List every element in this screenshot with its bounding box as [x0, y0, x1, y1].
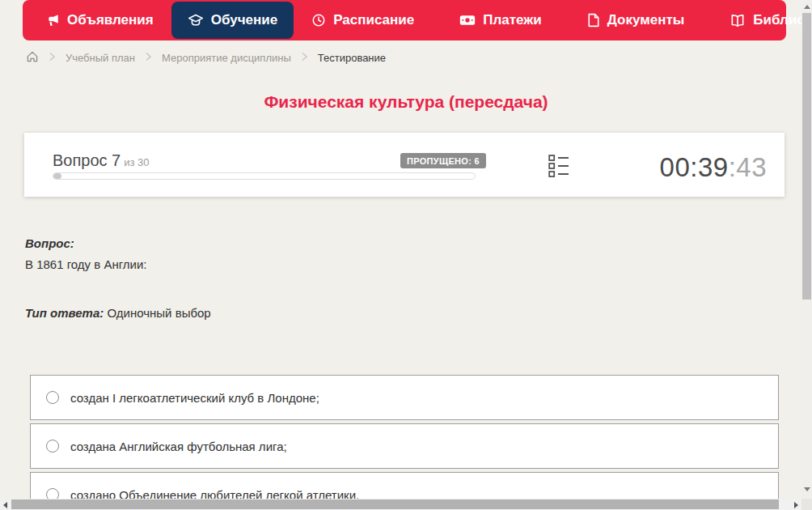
open-book-icon [730, 14, 746, 28]
nav-item-label: Платежи [483, 12, 542, 28]
quiz-page: Объявления Обучение Расписание Платежи Д… [0, 0, 812, 510]
scroll-up-arrow-icon[interactable] [804, 5, 810, 9]
breadcrumb-item-study-plan[interactable]: Учебный план [66, 52, 135, 64]
breadcrumb-separator-icon [301, 52, 308, 64]
question-counter: Вопрос 7из 30 [53, 151, 150, 170]
answer-option-label: создан I легкоатлетический клуб в Лондон… [70, 391, 319, 405]
breadcrumb-separator-icon [145, 52, 152, 64]
question-number: Вопрос 7 [53, 151, 121, 169]
answer-option-2[interactable]: создана Английская футбольная лига; [30, 423, 779, 469]
nav-item-library[interactable]: Библиотека [713, 2, 812, 39]
radio-button[interactable] [46, 391, 59, 404]
graduation-cap-icon [188, 13, 204, 28]
scroll-down-arrow-icon[interactable] [804, 487, 810, 491]
nav-item-documents[interactable]: Документы [571, 2, 701, 39]
scroll-left-arrow-icon[interactable] [3, 502, 7, 508]
banknote-icon [459, 14, 476, 27]
nav-item-learning[interactable]: Обучение [171, 2, 294, 39]
radio-button[interactable] [46, 440, 59, 453]
nav-item-label: Объявления [67, 12, 154, 28]
question-total: из 30 [124, 156, 149, 168]
breadcrumb-separator-icon [49, 52, 56, 64]
page-title: Физическая культура (пересдача) [0, 92, 812, 112]
question-list-icon[interactable] [548, 153, 569, 182]
horizontal-scrollbar[interactable] [0, 499, 801, 510]
answer-options: создан I легкоатлетический клуб в Лондон… [30, 375, 779, 510]
scroll-right-arrow-icon[interactable] [794, 502, 798, 508]
breadcrumb: Учебный план Мероприятие дисциплины Тест… [26, 50, 386, 66]
answer-type-row: Тип ответа: Одиночный выбор [25, 306, 211, 320]
question-text: В 1861 году в Англии: [25, 257, 147, 271]
timer-seconds: :43 [729, 152, 767, 182]
nav-item-announcements[interactable]: Объявления [29, 2, 170, 39]
timer: 00:39:43 [660, 152, 767, 183]
question-header-card: Вопрос 7из 30 ПРОПУЩЕНО: 6 00:39:43 [24, 133, 785, 197]
scrollbar-corner [801, 499, 812, 510]
answer-option-1[interactable]: создан I легкоатлетический клуб в Лондон… [30, 375, 779, 420]
breadcrumb-item-testing: Тестирование [318, 52, 386, 64]
megaphone-icon [45, 13, 60, 28]
nav-item-payments[interactable]: Платежи [443, 2, 558, 39]
progress-fill [53, 173, 61, 179]
progress-bar [53, 172, 476, 180]
horizontal-scrollbar-thumb[interactable] [11, 499, 779, 509]
question-heading: Вопрос: [25, 236, 74, 250]
answer-type-label: Тип ответа: [25, 306, 104, 320]
clock-icon [311, 13, 326, 28]
nav-item-schedule[interactable]: Расписание [295, 2, 430, 39]
timer-main: 00:39 [660, 152, 729, 182]
answer-option-label: создана Английская футбольная лига; [70, 440, 287, 453]
breadcrumb-item-discipline-event[interactable]: Мероприятие дисциплины [162, 52, 291, 64]
nav-item-label: Расписание [333, 12, 414, 28]
answer-type-value: Одиночный выбор [107, 306, 210, 320]
nav-item-label: Обучение [211, 12, 277, 28]
top-navbar: Объявления Обучение Расписание Платежи Д… [23, 0, 786, 40]
vertical-scrollbar-thumb[interactable] [802, 13, 811, 300]
nav-item-label: Документы [607, 12, 685, 28]
home-icon[interactable] [26, 50, 39, 66]
skipped-badge: ПРОПУЩЕНО: 6 [400, 153, 486, 168]
vertical-scrollbar[interactable] [801, 0, 812, 499]
document-icon [587, 13, 600, 28]
